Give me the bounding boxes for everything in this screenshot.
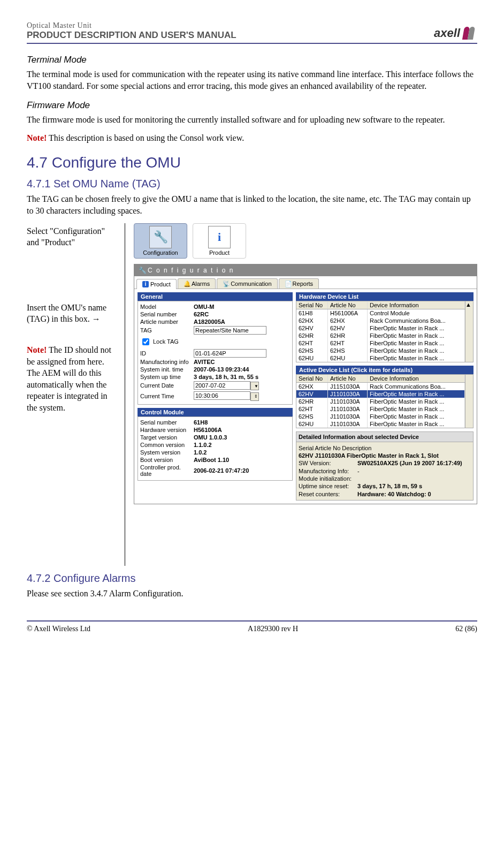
product-button[interactable]: i Product	[193, 223, 246, 259]
sysup-value: 3 days, 18 h, 31 m, 55 s	[194, 374, 258, 380]
info-icon: i	[142, 281, 149, 287]
paragraph-firmware: The firmware mode is used for monitoring…	[27, 114, 477, 126]
cm-hw-label: Hardware version	[140, 427, 194, 433]
table-row[interactable]: 62HU62HUFiberOptic Master in Rack ...	[296, 354, 465, 362]
tab-product[interactable]: iProduct	[136, 279, 177, 289]
swv-value: SW02510AX25 (Jun 19 2007 16:17:49)	[357, 459, 462, 467]
scrollbar[interactable]: ▲	[465, 301, 473, 362]
heading-4-7-1: 4.7.1 Set OMU Name (TAG)	[27, 178, 477, 190]
configuration-button[interactable]: 🔧 Configuration	[134, 223, 187, 259]
cm-sys-value: 1.0.2	[194, 449, 207, 456]
time-spinner-button[interactable]: ⇕	[250, 392, 259, 401]
locktag-label: Lock TAG	[153, 338, 179, 345]
footer-right: 62 (86)	[455, 625, 477, 633]
hw-grid-header: Serial No Article No Device Information	[296, 301, 465, 309]
heading-4-7-2: 4.7.2 Configure Alarms	[27, 572, 477, 585]
mfg-label: Manufactoring info	[140, 359, 194, 365]
bell-icon: 🔔	[184, 281, 190, 287]
locktag-checkbox[interactable]	[142, 338, 149, 345]
table-row[interactable]: 62HVJ1101030AFiberOptic Master in Rack .…	[296, 390, 465, 398]
table-row[interactable]: 62HX62HXRack Communications Boa...	[296, 317, 465, 324]
table-row[interactable]: 62HXJ1151030ARack Communications Boa...	[296, 383, 465, 390]
table-row[interactable]: 62HS62HSFiberOptic Master in Rack ...	[296, 347, 465, 354]
note-text: This description is based on using the C…	[47, 133, 244, 142]
rc-value: Hardware: 40 Watchdog: 0	[357, 490, 431, 498]
page-header: Optical Master Unit PRODUCT DESCRIPTION …	[27, 21, 477, 44]
antenna-icon: 📡	[223, 281, 229, 287]
date-dropdown-button[interactable]: ▼	[250, 382, 259, 390]
detail-box: Detailed Information about selected Devi…	[296, 431, 474, 501]
tab-communication[interactable]: 📡Communication	[217, 278, 277, 289]
cm-common-label: Common version	[140, 442, 194, 448]
instruction-step2: Insert the OMU's name (TAG) in this box.…	[27, 302, 119, 325]
screenshot-column: 🔧 Configuration i Product 🔧 C o n f i g …	[134, 223, 477, 504]
up-label: Uptime since reset:	[299, 482, 357, 490]
right-panel: Hardware Device List Serial No Article N…	[296, 292, 474, 501]
table-row[interactable]: 62HR62HRFiberOptic Master in Rack ...	[296, 332, 465, 339]
cm-serial-label: Serial number	[140, 419, 194, 426]
table-row[interactable]: 62HV62HVFiberOptic Master in Rack ...	[296, 324, 465, 332]
mfg-value: -	[357, 467, 360, 475]
instruction-step3: Note! The ID should not be assigned from…	[27, 344, 119, 414]
col-device-info: Device Information	[368, 301, 465, 309]
table-row[interactable]: 62HTJ1101030AFiberOptic Master in Rack .…	[296, 405, 465, 413]
general-section: ModelOMU-M Serial number62RC Article num…	[138, 301, 293, 405]
heading-firmware-mode: Firmware Mode	[27, 100, 477, 111]
active-grid-header: Serial No Article No Device Information	[296, 375, 465, 383]
note-prefix: Note!	[27, 133, 47, 142]
serial-label: Serial number	[140, 311, 194, 317]
article-value: A1820005A	[194, 319, 225, 325]
serial-value: 62RC	[194, 311, 209, 317]
curdate-label: Current Date	[140, 382, 194, 389]
document-icon: 📄	[285, 281, 291, 287]
tag-input[interactable]	[194, 326, 266, 335]
cm-hw-value: H561006A	[194, 427, 222, 433]
doc-subtitle: PRODUCT DESCRIPTION AND USER'S MANUAL	[27, 30, 236, 41]
col-device-info: Device Information	[368, 375, 465, 382]
table-row[interactable]: 62HRJ1101030AFiberOptic Master in Rack .…	[296, 398, 465, 405]
article-label: Article number	[140, 319, 194, 325]
curtime-input[interactable]	[194, 391, 250, 400]
table-row[interactable]: 62HSJ1101030AFiberOptic Master in Rack .…	[296, 413, 465, 420]
active-device-list-header[interactable]: Active Device List (Click item for detai…	[296, 366, 474, 374]
sysinit-label: System init. time	[140, 366, 194, 373]
note-consol: Note! This description is based on using…	[27, 132, 477, 144]
header-left: Optical Master Unit PRODUCT DESCRIPTION …	[27, 21, 236, 41]
rc-label: Reset counters:	[299, 490, 357, 498]
table-row[interactable]: 62HUJ1101030AFiberOptic Master in Rack .…	[296, 420, 465, 428]
cm-sys-label: System version	[140, 449, 194, 456]
tab-reports[interactable]: 📄Reports	[279, 278, 319, 289]
paragraph-terminal: The terminal mode is used for communicat…	[27, 69, 477, 92]
table-row[interactable]: 62HT62HTFiberOptic Master in Rack ...	[296, 339, 465, 347]
active-device-grid: Serial No Article No Device Information …	[296, 374, 474, 428]
config-body: General ModelOMU-M Serial number62RC Art…	[134, 289, 477, 504]
cm-target-value: OMU 1.0.0.3	[194, 434, 227, 441]
cm-cpd-label: Controller prod. date	[140, 464, 194, 477]
model-label: Model	[140, 304, 194, 310]
control-module-section: Serial number61H8 Hardware versionH56100…	[138, 416, 293, 481]
note-prefix: Note!	[27, 345, 47, 354]
cm-target-label: Target version	[140, 434, 194, 441]
product-label: Product	[209, 249, 230, 256]
id-input[interactable]	[194, 349, 266, 358]
curdate-input[interactable]	[194, 381, 250, 390]
scrollbar[interactable]	[465, 375, 473, 428]
hw-grid-rows: 61H8H561006AControl Module62HX62HXRack C…	[296, 309, 465, 362]
col-article: Article No	[328, 375, 368, 382]
logo: axell	[434, 26, 477, 41]
sysup-label: System up time	[140, 374, 194, 380]
instruction-step1: Select "Configuration" and "Product"	[27, 225, 119, 248]
tab-alarms[interactable]: 🔔Alarms	[178, 278, 216, 289]
instructions-row: Select "Configuration" and "Product" Ins…	[27, 223, 477, 566]
curtime-label: Current Time	[140, 393, 194, 399]
cm-common-value: 1.1.0.2	[194, 442, 212, 448]
left-panel: General ModelOMU-M Serial number62RC Art…	[138, 292, 293, 501]
wrench-icon: 🔧	[149, 226, 172, 248]
toolbar-icons: 🔧 Configuration i Product	[134, 223, 477, 259]
mi-label: Module initialization:	[299, 475, 357, 482]
table-row[interactable]: 61H8H561006AControl Module	[296, 309, 465, 317]
hw-device-list-header: Hardware Device List	[296, 292, 474, 301]
mfg-label: Manufactoring Info:	[299, 467, 357, 475]
active-grid-rows: 62HXJ1151030ARack Communications Boa...6…	[296, 383, 465, 428]
sysinit-value: 2007-06-13 09:23:44	[194, 366, 249, 373]
